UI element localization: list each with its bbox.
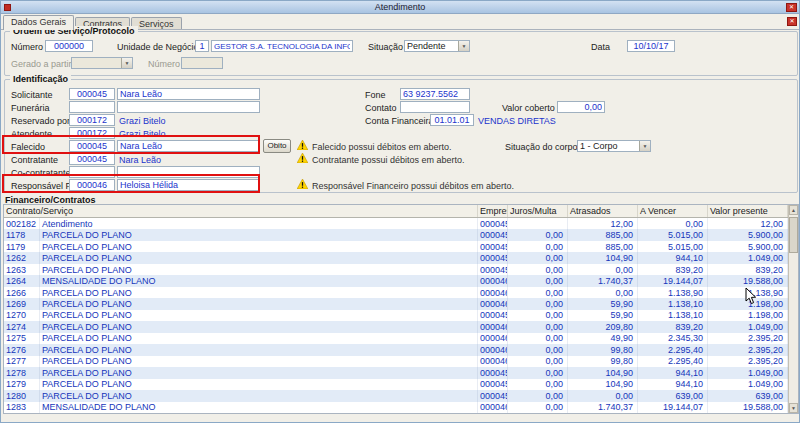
unidade-codigo-input[interactable]: [195, 40, 209, 52]
close-icon[interactable]: ✕: [786, 3, 797, 12]
solicitante-codigo-input[interactable]: [69, 88, 115, 100]
cell-contract-desc: PARCELA DO PLANO: [40, 390, 478, 401]
col-valor-presente[interactable]: Valor presente: [708, 205, 788, 217]
cell-contract-code: 002182: [4, 218, 40, 229]
table-row[interactable]: 1274 PARCELA DO PLANO 000046 0,00 209,80…: [4, 321, 788, 332]
cell-contract-desc: PARCELA DO PLANO: [40, 379, 478, 390]
scroll-down-icon[interactable]: ▼: [789, 403, 798, 413]
cell-atrasados: 104,90: [568, 367, 638, 378]
funeraria-nome-input[interactable]: [117, 101, 260, 113]
cell-valor-presente: 1.198,00: [708, 310, 788, 321]
cell-contract-code: 1263: [4, 264, 40, 275]
cell-contract-code: 1269: [4, 298, 40, 309]
group-identificacao: Identificação Solicitante Fone Funerária…: [4, 79, 798, 193]
cell-empresa: 000045: [478, 252, 508, 263]
table-row[interactable]: 1276 PARCELA DO PLANO 000046 0,00 99,80 …: [4, 344, 788, 355]
data-input[interactable]: [627, 40, 675, 52]
unidade-nome-input[interactable]: [211, 40, 353, 52]
cell-contract-code: 1270: [4, 310, 40, 321]
cell-a-vencer: 5.015,00: [638, 241, 708, 252]
numero-input[interactable]: [45, 40, 93, 52]
gerado-a-partir-label: Gerado a partir: [11, 58, 72, 70]
col-a-vencer[interactable]: A Vencer: [638, 205, 708, 217]
cell-a-vencer: 2.345,30: [638, 333, 708, 344]
atendente-codigo-input[interactable]: [69, 127, 115, 139]
table-row[interactable]: 1264 MENSALIDADE DO PLANO 000046 0,00 1.…: [4, 275, 788, 286]
window-title: Atendimento: [375, 2, 426, 12]
cell-juros-multa: 0,00: [508, 402, 568, 413]
cell-juros-multa: 0,00: [508, 241, 568, 252]
col-empresa[interactable]: Empresa: [478, 205, 508, 217]
col-contrato-servico[interactable]: Contrato/Serviço: [4, 205, 478, 217]
solicitante-nome-input[interactable]: [117, 88, 260, 100]
contratante-nome-text: Nara Leão: [119, 154, 161, 166]
chevron-down-icon[interactable]: ▼: [458, 41, 469, 51]
fone-input[interactable]: [400, 88, 470, 100]
table-row[interactable]: 1269 PARCELA DO PLANO 000046 0,00 59,90 …: [4, 298, 788, 309]
cell-empresa: 000045: [478, 229, 508, 240]
cell-a-vencer: 2.295,40: [638, 344, 708, 355]
table-scrollbar[interactable]: ▲ ▼: [788, 205, 798, 413]
co-contratante-nome-input[interactable]: [117, 166, 260, 178]
cell-a-vencer: 839,20: [638, 321, 708, 332]
co-contratante-codigo-input[interactable]: [69, 166, 115, 178]
cell-atrasados: 59,90: [568, 310, 638, 321]
cell-valor-presente: 1.198,00: [708, 298, 788, 309]
cell-empresa: 000046: [478, 333, 508, 344]
col-juros-multa[interactable]: Juros/Multa: [508, 205, 568, 217]
responsavel-codigo-input[interactable]: [69, 179, 115, 191]
falecido-nome-input[interactable]: [117, 140, 260, 152]
cell-a-vencer: 1.138,90: [638, 287, 708, 298]
responsavel-nome-input[interactable]: [117, 179, 260, 191]
situacao-select[interactable]: Pendente ▼: [404, 40, 470, 52]
funeraria-codigo-input[interactable]: [69, 101, 115, 113]
contato-label: Contato: [365, 102, 397, 114]
col-atrasados[interactable]: Atrasados: [568, 205, 638, 217]
table-row[interactable]: 1279 PARCELA DO PLANO 000045 0,00 104,90…: [4, 379, 788, 390]
contratante-label: Contratante: [11, 154, 58, 166]
cell-valor-presente: 12,00: [708, 218, 788, 229]
cell-valor-presente: 639,00: [708, 390, 788, 401]
table-row[interactable]: 1275 PARCELA DO PLANO 000046 0,00 49,90 …: [4, 333, 788, 344]
situacao-corpo-select[interactable]: 1 - Corpo ▼: [577, 140, 651, 152]
table-row[interactable]: 1262 PARCELA DO PLANO 000045 0,00 104,90…: [4, 252, 788, 263]
cell-juros-multa: 0,00: [508, 333, 568, 344]
cell-empresa: 000046: [478, 356, 508, 367]
table-row[interactable]: 1277 PARCELA DO PLANO 000046 0,00 99,80 …: [4, 356, 788, 367]
scrollbar-thumb[interactable]: [789, 217, 798, 253]
falecido-codigo-input[interactable]: [69, 140, 115, 152]
cell-atrasados: 49,90: [568, 333, 638, 344]
obito-button[interactable]: Obito: [263, 139, 291, 153]
table-row[interactable]: 1266 PARCELA DO PLANO 000046 0,00 0,00 1…: [4, 287, 788, 298]
cell-contract-desc: MENSALIDADE DO PLANO: [40, 275, 478, 286]
tab-dados-gerais[interactable]: Dados Gerais: [3, 15, 74, 30]
cell-juros-multa: [508, 218, 568, 229]
table-row[interactable]: 1278 PARCELA DO PLANO 000045 0,00 104,90…: [4, 367, 788, 378]
chevron-down-icon[interactable]: ▼: [639, 141, 650, 151]
valor-coberto-input[interactable]: [557, 101, 605, 113]
scroll-up-icon[interactable]: ▲: [789, 205, 798, 215]
table-row[interactable]: 002182 Atendimento 000045 12,00 0,00 12,…: [4, 218, 788, 229]
title-bar[interactable]: Atendimento ✕: [1, 1, 799, 14]
conta-codigo-input[interactable]: [430, 114, 474, 126]
cell-empresa: 000046: [478, 275, 508, 286]
reservado-codigo-input[interactable]: [69, 114, 115, 126]
reservado-por-label: Reservado por: [11, 115, 70, 127]
table-row[interactable]: 1178 PARCELA DO PLANO 000045 0,00 885,00…: [4, 229, 788, 240]
table-row[interactable]: 1270 PARCELA DO PLANO 000045 0,00 59,90 …: [4, 310, 788, 321]
cell-a-vencer: 2.295,40: [638, 356, 708, 367]
table-row[interactable]: 1280 PARCELA DO PLANO 000045 0,00 0,00 6…: [4, 390, 788, 401]
scrollbar-track[interactable]: [789, 215, 798, 403]
cell-contract-code: 1178: [4, 229, 40, 240]
cell-contract-desc: PARCELA DO PLANO: [40, 298, 478, 309]
table-row[interactable]: 1283 MENSALIDADE DO PLANO 000046 0,00 1.…: [4, 402, 788, 413]
table-row[interactable]: 1263 PARCELA DO PLANO 000045 0,00 0,00 8…: [4, 264, 788, 275]
contratante-codigo-input[interactable]: [69, 153, 115, 165]
child-close-icon[interactable]: ✕: [787, 17, 797, 26]
falecido-label: Falecido: [11, 141, 45, 153]
cell-atrasados: 0,00: [568, 287, 638, 298]
situacao-value: Pendente: [405, 41, 458, 51]
cell-valor-presente: 1.049,00: [708, 367, 788, 378]
table-row[interactable]: 1179 PARCELA DO PLANO 000045 0,00 885,00…: [4, 241, 788, 252]
contato-input[interactable]: [400, 101, 470, 113]
